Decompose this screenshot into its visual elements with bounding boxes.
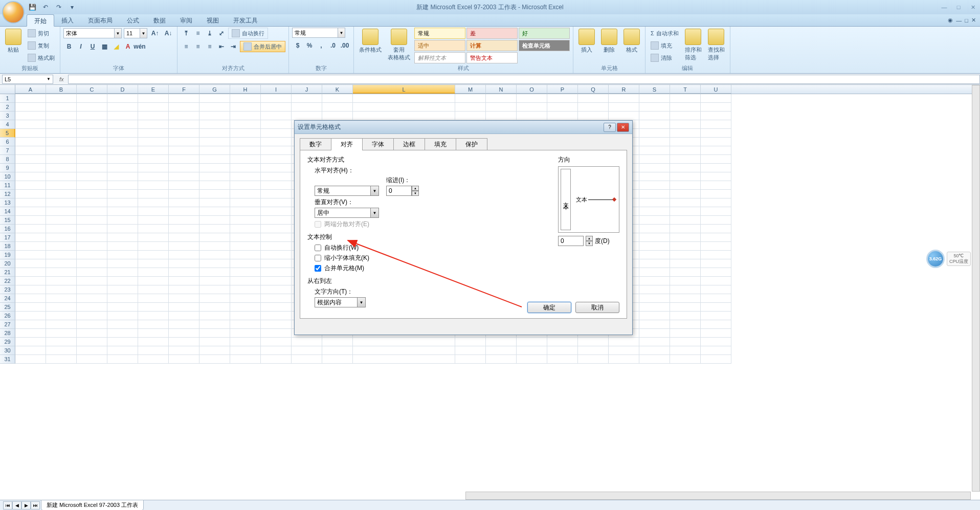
cell-styles-gallery[interactable]: 常规差好适中计算检查单元格解释性文本警告文本 — [414, 28, 570, 63]
cell[interactable] — [15, 277, 46, 285]
cell[interactable] — [15, 138, 46, 146]
cell[interactable] — [15, 190, 46, 198]
row-header[interactable]: 20 — [0, 259, 15, 268]
cell[interactable] — [138, 103, 169, 112]
cell[interactable] — [670, 207, 701, 216]
cell[interactable] — [77, 303, 107, 312]
col-header[interactable]: N — [486, 85, 517, 94]
cell[interactable] — [199, 129, 230, 138]
cell[interactable] — [230, 303, 261, 312]
cell[interactable] — [77, 320, 107, 329]
cell[interactable] — [517, 346, 547, 355]
cell[interactable] — [578, 112, 609, 120]
cell[interactable] — [107, 216, 138, 225]
cell[interactable] — [670, 129, 701, 138]
cell[interactable] — [46, 120, 77, 129]
cell[interactable] — [639, 198, 670, 207]
cell[interactable] — [15, 320, 46, 329]
cell[interactable] — [169, 155, 199, 164]
underline-button[interactable]: U — [87, 41, 98, 52]
qat-undo-icon[interactable]: ↶ — [40, 2, 51, 13]
cell[interactable] — [169, 138, 199, 146]
cell[interactable] — [578, 355, 609, 364]
cell[interactable] — [46, 312, 77, 320]
cell[interactable] — [517, 355, 547, 364]
cell[interactable] — [230, 94, 261, 103]
cell[interactable] — [199, 268, 230, 277]
cell[interactable] — [107, 251, 138, 259]
cell[interactable] — [261, 112, 292, 120]
cell[interactable] — [701, 346, 731, 355]
cell[interactable] — [578, 346, 609, 355]
cell[interactable] — [15, 285, 46, 294]
cell[interactable] — [639, 268, 670, 277]
cell[interactable] — [138, 259, 169, 268]
italic-button[interactable]: I — [75, 41, 86, 52]
cell[interactable] — [670, 94, 701, 103]
text-dir-input[interactable] — [315, 297, 358, 307]
cell[interactable] — [639, 190, 670, 198]
cell[interactable] — [46, 216, 77, 225]
cell[interactable] — [15, 129, 46, 138]
cell[interactable] — [199, 112, 230, 120]
cell[interactable] — [107, 285, 138, 294]
cancel-button[interactable]: 取消 — [575, 302, 619, 313]
cell[interactable] — [701, 138, 731, 146]
row-header[interactable]: 21 — [0, 268, 15, 277]
find-select-button[interactable]: 查找和 选择 — [706, 28, 727, 62]
cell[interactable] — [107, 329, 138, 338]
cell[interactable] — [138, 346, 169, 355]
cell[interactable] — [455, 103, 486, 112]
cell[interactable] — [455, 94, 486, 103]
cell[interactable] — [701, 329, 731, 338]
cell[interactable] — [292, 112, 322, 120]
cell[interactable] — [15, 355, 46, 364]
cell[interactable] — [701, 190, 731, 198]
cell[interactable] — [77, 312, 107, 320]
cell[interactable] — [517, 103, 547, 112]
dialog-tab-保护[interactable]: 保护 — [456, 138, 487, 150]
cell[interactable] — [547, 355, 578, 364]
ok-button[interactable]: 确定 — [527, 302, 571, 313]
cell[interactable] — [15, 268, 46, 277]
cell[interactable] — [701, 285, 731, 294]
degree-input[interactable] — [558, 236, 584, 246]
cell[interactable] — [292, 103, 322, 112]
cell[interactable] — [15, 303, 46, 312]
cell[interactable] — [15, 112, 46, 120]
cell[interactable] — [138, 285, 169, 294]
number-format-combo[interactable]: ▼ — [292, 28, 345, 38]
cell[interactable] — [199, 138, 230, 146]
cell[interactable] — [261, 94, 292, 103]
dialog-tab-对齐[interactable]: 对齐 — [331, 138, 363, 150]
cell[interactable] — [199, 285, 230, 294]
cell[interactable] — [138, 268, 169, 277]
cell[interactable] — [455, 338, 486, 346]
cell[interactable] — [261, 207, 292, 216]
cell[interactable] — [322, 338, 353, 346]
cell[interactable] — [77, 251, 107, 259]
cell[interactable] — [46, 181, 77, 190]
cell[interactable] — [670, 198, 701, 207]
cell[interactable] — [169, 312, 199, 320]
cell[interactable] — [199, 346, 230, 355]
cell[interactable] — [46, 155, 77, 164]
cell[interactable] — [107, 338, 138, 346]
row-header[interactable]: 14 — [0, 207, 15, 216]
row-header[interactable]: 12 — [0, 190, 15, 198]
border-button[interactable]: ▦ — [99, 41, 110, 52]
cell[interactable] — [670, 338, 701, 346]
dialog-close-button[interactable]: ✕ — [617, 123, 629, 132]
cell[interactable] — [107, 277, 138, 285]
cell[interactable] — [169, 259, 199, 268]
cell[interactable] — [107, 129, 138, 138]
col-header[interactable]: F — [169, 85, 199, 94]
cell[interactable] — [15, 164, 46, 172]
chevron-down-icon[interactable]: ▼ — [140, 28, 147, 38]
text-dir-select[interactable]: ▼ — [315, 297, 366, 307]
cell[interactable] — [199, 103, 230, 112]
align-left-icon[interactable]: ≡ — [181, 41, 192, 52]
cell[interactable] — [639, 320, 670, 329]
cell[interactable] — [230, 329, 261, 338]
cell[interactable] — [138, 242, 169, 251]
